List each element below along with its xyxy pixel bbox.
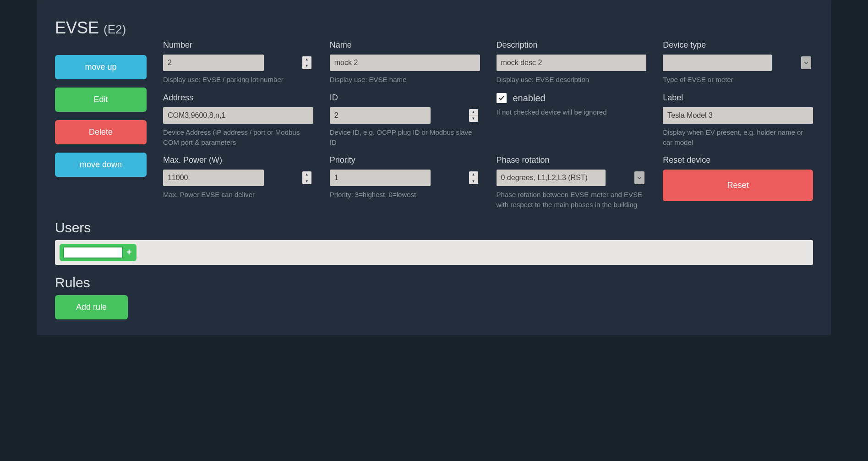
device-type-help: Type of EVSE or meter — [663, 75, 813, 85]
chevron-down-icon — [804, 59, 808, 67]
priority-label: Priority — [330, 155, 480, 165]
name-input[interactable] — [330, 55, 480, 71]
title-sub: (E2) — [104, 22, 126, 36]
field-priority: Priority ▲▼ Priority: 3=highest, 0=lowes… — [330, 155, 480, 200]
page-title: EVSE (E2) — [55, 18, 813, 38]
enabled-checkbox[interactable] — [497, 93, 507, 103]
description-input[interactable] — [497, 55, 647, 71]
spinner-up-icon[interactable]: ▲ — [469, 171, 478, 178]
reset-label: Reset device — [663, 155, 813, 165]
id-help: Device ID, e.g. OCPP plug ID or Modbus s… — [330, 127, 480, 148]
address-input[interactable] — [163, 107, 313, 124]
number-label: Number — [163, 40, 313, 50]
chevron-down-icon — [637, 174, 642, 182]
priority-input[interactable] — [330, 170, 431, 186]
field-enabled: enabled If not checked device will be ig… — [497, 93, 647, 117]
field-device-type: Device type Type of EVSE or meter — [663, 40, 813, 85]
label-help: Display when EV present, e.g. holder nam… — [663, 127, 813, 148]
edit-button[interactable]: Edit — [55, 88, 147, 112]
phase-select[interactable] — [497, 170, 606, 186]
field-max-power: Max. Power (W) ▲▼ Max. Power EVSE can de… — [163, 155, 313, 200]
max-power-help: Max. Power EVSE can deliver — [163, 190, 313, 200]
spinner-up-icon[interactable]: ▲ — [302, 171, 311, 178]
priority-help: Priority: 3=highest, 0=lowest — [330, 190, 480, 200]
move-up-button[interactable]: move up — [55, 55, 147, 79]
title-main: EVSE — [55, 18, 99, 37]
check-icon — [498, 95, 505, 101]
description-label: Description — [497, 40, 647, 50]
label-label: Label — [663, 93, 813, 103]
field-label: Label Display when EV present, e.g. hold… — [663, 93, 813, 148]
field-name: Name Display use: EVSE name — [330, 40, 480, 85]
evse-config-panel: EVSE (E2) move up Edit Delete move down … — [37, 0, 831, 335]
id-input[interactable] — [330, 107, 431, 124]
delete-button[interactable]: Delete — [55, 120, 147, 144]
field-reset-device: Reset device Reset — [663, 155, 813, 201]
new-user-input[interactable] — [63, 247, 123, 258]
add-rule-button[interactable]: Add rule — [55, 295, 128, 319]
add-user-button[interactable]: + — [126, 247, 133, 258]
id-spinner[interactable]: ▲▼ — [469, 109, 478, 122]
move-down-button[interactable]: move down — [55, 153, 147, 177]
priority-spinner[interactable]: ▲▼ — [469, 171, 478, 184]
description-help: Display use: EVSE description — [497, 75, 647, 85]
rules-section-title: Rules — [55, 275, 813, 291]
field-phase-rotation: Phase rotation Phase rotation between EV… — [497, 155, 647, 210]
spinner-down-icon[interactable]: ▼ — [302, 63, 311, 70]
spinner-down-icon[interactable]: ▼ — [302, 178, 311, 185]
device-type-label: Device type — [663, 40, 813, 50]
enabled-label: enabled — [513, 93, 546, 104]
name-help: Display use: EVSE name — [330, 75, 480, 85]
spinner-down-icon[interactable]: ▼ — [469, 178, 478, 185]
number-help: Display use: EVSE / parking lot number — [163, 75, 313, 85]
users-section-title: Users — [55, 220, 813, 236]
device-type-select[interactable] — [663, 55, 772, 71]
max-power-input[interactable] — [163, 170, 264, 186]
name-label: Name — [330, 40, 480, 50]
users-bar: + — [55, 240, 813, 265]
max-power-label: Max. Power (W) — [163, 155, 313, 165]
field-address: Address Device Address (IP address / por… — [163, 93, 313, 148]
number-spinner[interactable]: ▲▼ — [302, 56, 311, 69]
max-power-spinner[interactable]: ▲▼ — [302, 171, 311, 184]
side-actions: move up Edit Delete move down — [55, 40, 147, 177]
field-description: Description Display use: EVSE descriptio… — [497, 40, 647, 85]
phase-help: Phase rotation between EVSE-meter and EV… — [497, 190, 647, 210]
field-id: ID ▲▼ Device ID, e.g. OCPP plug ID or Mo… — [330, 93, 480, 148]
number-input[interactable] — [163, 55, 264, 71]
spinner-down-icon[interactable]: ▼ — [469, 115, 478, 122]
enabled-help: If not checked device will be ignored — [497, 107, 647, 117]
spinner-up-icon[interactable]: ▲ — [469, 109, 478, 116]
reset-button[interactable]: Reset — [663, 170, 813, 201]
spinner-up-icon[interactable]: ▲ — [302, 56, 311, 63]
field-number: Number ▲▼ Display use: EVSE / parking lo… — [163, 40, 313, 85]
label-input[interactable] — [663, 107, 813, 124]
address-label: Address — [163, 93, 313, 103]
id-label: ID — [330, 93, 480, 103]
address-help: Device Address (IP address / port or Mod… — [163, 127, 313, 148]
add-user-widget: + — [60, 244, 136, 261]
phase-label: Phase rotation — [497, 155, 647, 165]
